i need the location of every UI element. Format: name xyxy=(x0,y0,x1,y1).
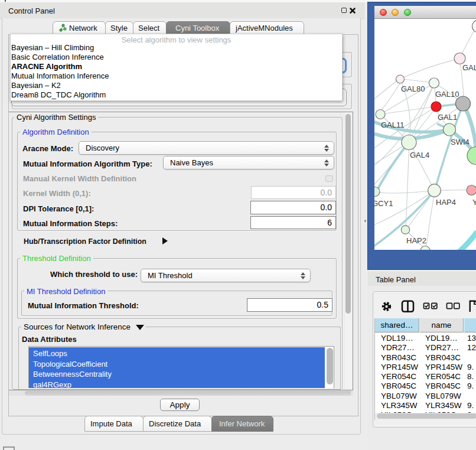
svg-text:GCY1: GCY1 xyxy=(374,198,393,207)
svg-text:SWI4: SWI4 xyxy=(451,137,470,146)
svg-text:GAL80: GAL80 xyxy=(401,84,425,93)
svg-text:Y: Y xyxy=(472,197,476,206)
svg-text:GAL11: GAL11 xyxy=(381,120,405,129)
svg-text:GAL1: GAL1 xyxy=(438,112,457,121)
svg-text:HAP2: HAP2 xyxy=(406,236,426,244)
svg-text:GAL: GAL xyxy=(462,63,476,71)
svg-text:HAP4: HAP4 xyxy=(436,197,456,206)
svg-text:GAL10: GAL10 xyxy=(435,89,459,98)
svg-text:GAL4: GAL4 xyxy=(410,150,429,159)
